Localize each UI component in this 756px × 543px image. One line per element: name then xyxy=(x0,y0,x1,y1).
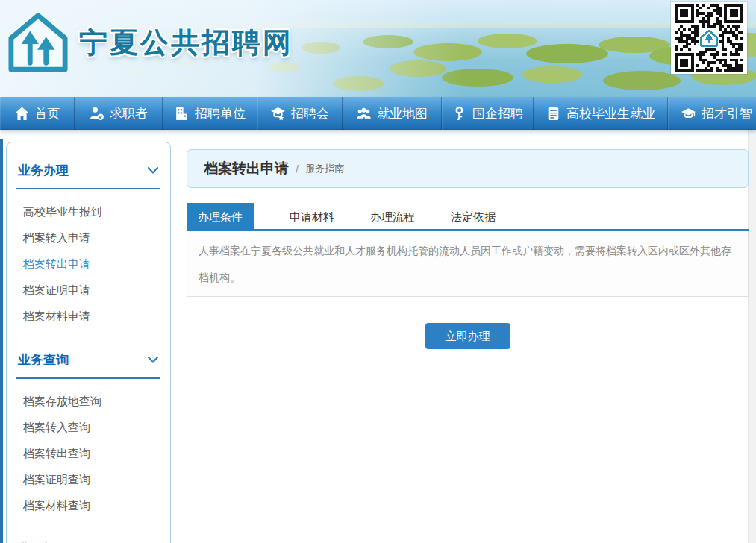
nav-item-label: 招才引智 xyxy=(702,105,752,122)
nav-item-home[interactable]: 首页 xyxy=(0,97,75,130)
nav-item-label: 招聘会 xyxy=(291,105,329,122)
sidebar-item-archive-certificate-query[interactable]: 档案证明查询 xyxy=(16,466,160,492)
chevron-down-icon xyxy=(147,356,159,364)
job-fair-icon xyxy=(270,106,286,122)
sidebar-item-archive-transfer-out-apply[interactable]: 档案转出申请 xyxy=(16,251,160,277)
sidebar-item-graduate-register[interactable]: 高校毕业生报到 xyxy=(16,198,160,225)
employer-icon xyxy=(174,106,190,122)
main-panel: 档案转出申请 / 服务指南 办理条件 申请材料 办理流程 法定依据 人事档案在宁… xyxy=(187,149,749,349)
sidebar-item-archive-material-query[interactable]: 档案材料查询 xyxy=(16,492,160,518)
sidebar: 业务办理 高校毕业生报到 档案转入申请 档案转出申请 档案证明申请 档案材料申请… xyxy=(6,142,171,543)
talent-icon xyxy=(681,106,696,122)
nav-item-employment-map[interactable]: 就业地图 xyxy=(343,97,442,130)
tab-application-materials[interactable]: 申请材料 xyxy=(278,203,346,231)
left-accent-strip xyxy=(0,139,3,543)
sidebar-item-archive-transfer-in-apply[interactable]: 档案转入申请 xyxy=(16,225,160,251)
employment-map-icon xyxy=(356,106,372,122)
apply-now-button[interactable]: 立即办理 xyxy=(425,323,510,349)
nav-item-label: 首页 xyxy=(35,105,60,122)
sidebar-section-business-handling: 业务办理 高校毕业生报到 档案转入申请 档案转出申请 档案证明申请 档案材料申请 xyxy=(7,162,170,332)
sidebar-section-header[interactable]: 业务办理 xyxy=(16,162,160,189)
page-title: 档案转出申请 xyxy=(204,159,289,178)
nav-item-talent[interactable]: 招才引智 xyxy=(668,97,756,130)
sidebar-items: 高校毕业生报到 档案转入申请 档案转出申请 档案证明申请 档案材料申请 xyxy=(16,189,160,332)
sidebar-item-archive-location-query[interactable]: 档案存放地查询 xyxy=(16,388,160,414)
house-arrows-logo-icon xyxy=(7,12,69,73)
sidebar-section-header[interactable]: 业务查询 xyxy=(16,351,160,379)
page-subtitle: 服务指南 xyxy=(305,162,344,175)
sidebar-section-title: 业务查询 xyxy=(18,351,69,368)
nav-item-label: 求职者 xyxy=(110,105,148,122)
graduate-employment-icon xyxy=(546,106,561,122)
home-icon xyxy=(14,106,30,122)
content-area: 业务办理 高校毕业生报到 档案转入申请 档案转出申请 档案证明申请 档案材料申请… xyxy=(0,130,756,543)
tab-handling-process[interactable]: 办理流程 xyxy=(359,203,426,231)
sidebar-items: 档案存放地查询 档案转入查询 档案转出查询 档案证明查询 档案材料查询 xyxy=(16,379,160,521)
site-header: 宁夏公共招聘网 xyxy=(0,0,756,97)
sidebar-item-archive-material-apply[interactable]: 档案材料申请 xyxy=(16,303,160,329)
nav-item-label: 高校毕业生就业 xyxy=(566,105,655,122)
job-seeker-icon xyxy=(89,106,104,122)
site-title: 宁夏公共招聘网 xyxy=(79,24,293,62)
chevron-down-icon xyxy=(147,166,159,175)
sidebar-section-title: 业务办理 xyxy=(18,162,69,179)
nav-item-graduate-employment[interactable]: 高校毕业生就业 xyxy=(534,97,668,130)
tab-handling-conditions[interactable]: 办理条件 xyxy=(187,203,254,231)
tab-legal-basis[interactable]: 法定依据 xyxy=(440,203,507,231)
condition-text: 人事档案在宁夏各级公共就业和人才服务机构托管的流动人员因工作或户籍变动，需要将档… xyxy=(199,237,737,291)
site-logo: 宁夏公共招聘网 xyxy=(7,12,293,73)
tab-bar: 办理条件 申请材料 办理流程 法定依据 xyxy=(187,203,749,231)
sidebar-section-business-query: 业务查询 档案存放地查询 档案转入查询 档案转出查询 档案证明查询 档案材料查询 xyxy=(7,351,170,521)
sidebar-item-archive-transfer-out-query[interactable]: 档案转出查询 xyxy=(16,440,160,466)
nav-item-label: 就业地图 xyxy=(377,105,428,122)
nav-item-soe-recruitment[interactable]: 国企招聘 xyxy=(442,97,534,130)
main-nav: 首页 求职者 招聘单位 招聘会 就业地图 国企招聘 高校毕业生就业 xyxy=(0,97,756,130)
breadcrumb-separator: / xyxy=(296,163,299,175)
tab-content-panel: 人事档案在宁夏各级公共就业和人才服务机构托管的流动人员因工作或户籍变动，需要将档… xyxy=(187,231,749,297)
qr-code xyxy=(671,2,747,74)
nav-item-job-fair[interactable]: 招聘会 xyxy=(257,97,343,130)
nav-item-label: 国企招聘 xyxy=(472,105,523,122)
right-gutter xyxy=(748,130,756,543)
sidebar-item-archive-certificate-apply[interactable]: 档案证明申请 xyxy=(16,277,160,303)
nav-item-employer[interactable]: 招聘单位 xyxy=(163,97,257,130)
action-row: 立即办理 xyxy=(187,323,749,349)
nav-item-job-seeker[interactable]: 求职者 xyxy=(75,97,163,130)
sidebar-item-archive-transfer-in-query[interactable]: 档案转入查询 xyxy=(16,414,160,440)
page-title-bar: 档案转出申请 / 服务指南 xyxy=(187,149,749,188)
nav-item-label: 招聘单位 xyxy=(195,105,246,122)
soe-recruitment-icon xyxy=(452,106,467,122)
